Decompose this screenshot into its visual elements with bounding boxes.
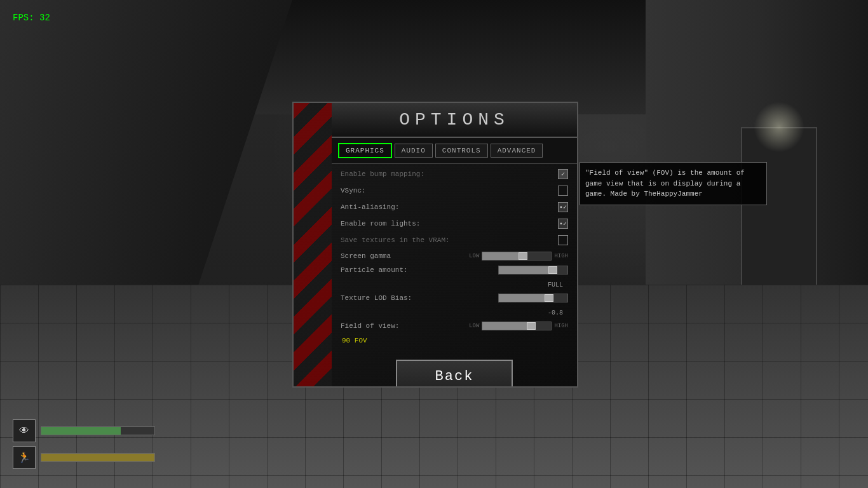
fps-label: FPS: 32 (13, 13, 50, 23)
tooltip-box: "Field of view" (FOV) is the amount of g… (580, 162, 767, 205)
vsync-label: VSync: (341, 187, 366, 194)
particle-value-row: FULL (341, 278, 568, 290)
door-light (754, 102, 804, 152)
room-lights-label: Enable room lights: (341, 220, 420, 227)
fov-row: Field of view: LOW HIGH (341, 322, 568, 330)
screen-gamma-low: LOW (469, 253, 479, 259)
screen-gamma-high: HIGH (554, 253, 568, 259)
lod-row: Texture LOD Bias: (341, 294, 568, 302)
hud-row-eye: 👁 (13, 419, 155, 442)
fov-fill (482, 322, 532, 330)
screen-gamma-section: Screen gamma LOW HIGH (341, 252, 568, 261)
hazard-stripe (294, 103, 332, 386)
fov-label: Field of view: (341, 322, 465, 330)
back-button[interactable]: Back (396, 360, 513, 388)
options-title: OPTIONS (399, 110, 510, 130)
screen-gamma-thumb[interactable] (519, 252, 527, 260)
vsync-row: VSync: (341, 186, 568, 196)
room-lights-row: Enable room lights: ▪ (341, 219, 568, 229)
lod-thumb[interactable] (545, 294, 553, 302)
bump-mapping-label: Enable bump mapping: (341, 170, 424, 178)
particle-track[interactable] (498, 266, 568, 274)
screen-gamma-label: Screen gamma (341, 252, 465, 260)
eye-icon: 👁 (13, 419, 36, 442)
fov-slider-container: LOW HIGH (469, 322, 568, 330)
settings-content: Enable bump mapping: VSync: Anti-aliasin… (332, 164, 577, 353)
tab-audio[interactable]: AUDIO (395, 144, 433, 158)
lod-label: Texture LOD Bias: (341, 294, 494, 302)
particle-row: Particle amount: (341, 266, 568, 274)
particle-section: Particle amount: FULL (341, 266, 568, 290)
bump-mapping-row: Enable bump mapping: (341, 169, 568, 179)
particle-label: Particle amount: (341, 266, 494, 274)
tabs-bar: GRAPHICS AUDIO CONTROLS ADVANCED (332, 138, 577, 164)
particle-slider-container (498, 266, 568, 274)
tab-controls[interactable]: CONTROLS (435, 144, 488, 158)
run-icon: 🏃 (13, 446, 36, 469)
anti-aliasing-label: Anti-aliasing: (341, 203, 399, 211)
fov-display-row: 90 FOV (341, 334, 568, 346)
particle-full: FULL (548, 281, 566, 288)
anti-aliasing-row: Anti-aliasing: ▪ (341, 202, 568, 212)
room-lights-checkbox[interactable]: ▪ (558, 219, 568, 229)
fov-thumb[interactable] (527, 322, 536, 330)
title-bar: OPTIONS (332, 103, 577, 138)
particle-thumb[interactable] (548, 266, 557, 274)
lod-slider-container (498, 294, 568, 302)
screen-gamma-slider-container: LOW HIGH (469, 252, 568, 261)
screen-gamma-fill (482, 252, 524, 260)
back-button-container: Back (332, 353, 577, 388)
tooltip-text: "Field of view" (FOV) is the amount of g… (585, 169, 745, 198)
run-bar-container (41, 453, 155, 462)
tab-advanced[interactable]: ADVANCED (491, 144, 543, 158)
hud-bottom: 👁 🏃 (13, 419, 155, 469)
vsync-checkbox[interactable] (558, 186, 568, 196)
screen-gamma-track[interactable] (482, 252, 552, 261)
vram-label: Save textures in the VRAM: (341, 236, 450, 244)
fps-counter: FPS: 32 (13, 13, 50, 23)
tab-graphics[interactable]: GRAPHICS (338, 143, 392, 158)
lod-section: Texture LOD Bias: -0.8 (341, 294, 568, 318)
vram-row: Save textures in the VRAM: (341, 235, 568, 245)
screen-gamma-row: Screen gamma LOW HIGH (341, 252, 568, 261)
lod-track[interactable] (498, 294, 568, 302)
fov-high: HIGH (554, 323, 568, 329)
particle-fill (499, 266, 553, 274)
panel-content: OPTIONS GRAPHICS AUDIO CONTROLS ADVANCED… (332, 103, 577, 386)
eye-bar-fill (41, 427, 121, 435)
vram-checkbox[interactable] (558, 235, 568, 245)
hud-row-run: 🏃 (13, 446, 155, 469)
fov-track[interactable] (482, 322, 552, 330)
eye-bar-container (41, 426, 155, 435)
hazard-bar (294, 103, 332, 386)
lod-value: -0.8 (548, 309, 566, 316)
options-panel: OPTIONS GRAPHICS AUDIO CONTROLS ADVANCED… (292, 102, 578, 388)
bump-mapping-checkbox[interactable] (558, 169, 568, 179)
lod-fill (499, 294, 550, 302)
fov-display-value: 90 FOV (342, 337, 367, 344)
lod-value-row: -0.8 (341, 306, 568, 318)
fov-section: Field of view: LOW HIGH 90 FOV (341, 322, 568, 346)
fov-low: LOW (469, 323, 479, 329)
run-bar-fill (41, 454, 154, 461)
anti-aliasing-checkbox[interactable]: ▪ (558, 202, 568, 212)
